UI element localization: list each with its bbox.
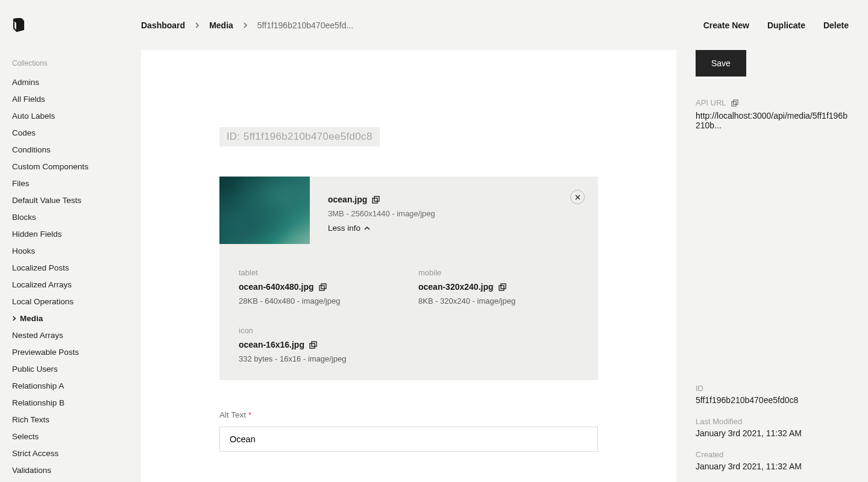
variant-label: icon [239,326,399,335]
sidebar-item-localized-arrays[interactable]: Localized Arrays [12,276,141,293]
sidebar-item-blocks[interactable]: Blocks [12,208,141,225]
sidebar-item-selects[interactable]: Selects [12,428,141,445]
chevron-right-icon [12,316,16,321]
sidebar-item-validations[interactable]: Validations [12,462,141,478]
file-name: ocean.jpg [328,195,367,204]
chevron-right-icon [195,22,200,28]
sidebar-item-previewable-posts[interactable]: Previewable Posts [12,343,141,360]
sidebar-item-auto-labels[interactable]: Auto Labels [12,107,141,124]
breadcrumb-media[interactable]: Media [209,20,233,30]
doc-meta: ID 5ff1f196b210b470ee5fd0c8 Last Modifie… [696,372,849,471]
svg-rect-5 [501,284,506,289]
variant-details: 28KB - 640x480 - image/jpeg [239,296,399,305]
alt-text-label-text: Alt Text [219,410,246,419]
breadcrumb: Dashboard Media 5ff1f196b210b470ee5fd... [141,20,353,30]
file-details: 3MB - 2560x1440 - image/jpeg [328,209,435,218]
sidebar-item-media[interactable]: Media [12,310,141,327]
right-panel: Save API URL http://localhost:3000/api/m… [676,50,868,482]
sidebar-item-nested-arrays[interactable]: Nested Arrays [12,327,141,343]
variants-grid: tabletocean-640x480.jpg28KB - 640x480 - … [219,244,598,380]
copy-icon[interactable] [319,283,327,291]
media-meta: ocean.jpg 3MB - 2560x1440 - image/jpeg L… [328,177,435,244]
sidebar-item-files[interactable]: Files [12,175,141,192]
meta-created-value: January 3rd 2021, 11:32 AM [696,462,849,471]
svg-rect-2 [319,286,324,290]
svg-rect-6 [310,343,315,348]
create-new-button[interactable]: Create New [703,20,749,30]
topbar: Dashboard Media 5ff1f196b210b470ee5fd...… [141,0,868,50]
sidebar-item-admins[interactable]: Admins [12,74,141,90]
sidebar-item-relationship-a[interactable]: Relationship A [12,377,141,394]
sidebar-item-custom-components[interactable]: Custom Components [12,158,141,175]
id-pill: ID: 5ff1f196b210b470ee5fd0c8 [219,127,380,146]
sidebar-item-rich-texts[interactable]: Rich Texts [12,411,141,428]
sidebar-item-all-fields[interactable]: All Fields [12,90,141,107]
svg-rect-9 [733,99,737,104]
sidebar-item-public-users[interactable]: Public Users [12,360,141,377]
meta-last-modified-label: Last Modified [696,417,849,426]
breadcrumb-dashboard[interactable]: Dashboard [141,20,185,30]
id-value: 5ff1f196b210b470ee5fd0c8 [244,131,373,143]
sidebar-item-hooks[interactable]: Hooks [12,242,141,259]
alt-text-label: Alt Text* [219,410,598,419]
nav-group-collections-label: Collections [12,59,141,67]
variant-details: 8KB - 320x240 - image/jpeg [418,296,579,305]
variant-filename: ocean-640x480.jpg [239,282,314,292]
api-url-label: API URL [696,98,726,107]
id-prefix: ID: [227,131,240,143]
nav-items: AdminsAll FieldsAuto LabelsCodesConditio… [12,74,141,478]
svg-rect-3 [321,284,326,289]
media-card: ocean.jpg 3MB - 2560x1440 - image/jpeg L… [219,177,598,380]
top-actions: Create New Duplicate Delete [703,20,849,30]
variant-label: tablet [239,268,399,277]
svg-rect-8 [732,101,736,105]
sidebar-item-codes[interactable]: Codes [12,124,141,141]
nav-item-label: Media [20,314,43,323]
meta-last-modified-value: January 3rd 2021, 11:32 AM [696,428,849,438]
variant-details: 332 bytes - 16x16 - image/jpeg [239,354,399,363]
copy-icon[interactable] [372,196,380,204]
meta-created-label: Created [696,450,849,459]
sidebar-item-relationship-b[interactable]: Relationship B [12,394,141,411]
media-header: ocean.jpg 3MB - 2560x1440 - image/jpeg L… [219,177,598,244]
variant-tablet: tabletocean-640x480.jpg28KB - 640x480 - … [239,268,399,305]
api-url-block: API URL http://localhost:3000/api/media/… [696,98,849,130]
variant-mobile: mobileocean-320x240.jpg8KB - 320x240 - i… [418,268,579,305]
chevron-up-icon [364,226,370,231]
svg-rect-0 [373,198,377,203]
less-info-label: Less info [328,224,360,233]
variant-filename: ocean-320x240.jpg [418,282,494,292]
variant-icon: iconocean-16x16.jpg332 bytes - 16x16 - i… [239,326,399,363]
remove-file-button[interactable] [570,190,585,204]
sidebar: Collections AdminsAll FieldsAuto LabelsC… [0,0,141,482]
alt-text-input[interactable] [219,427,598,452]
delete-button[interactable]: Delete [823,20,849,30]
copy-icon[interactable] [731,99,738,107]
media-thumbnail [219,177,310,244]
sidebar-item-conditions[interactable]: Conditions [12,141,141,158]
save-button[interactable]: Save [696,50,746,77]
meta-id-label: ID [696,384,849,393]
required-indicator-icon: * [248,410,251,419]
sidebar-item-local-operations[interactable]: Local Operations [12,293,141,310]
less-info-toggle[interactable]: Less info [328,224,370,233]
sidebar-item-default-value-tests[interactable]: Default Value Tests [12,192,141,208]
copy-icon[interactable] [498,283,506,291]
close-icon [575,195,580,200]
breadcrumb-current: 5ff1f196b210b470ee5fd... [257,20,353,30]
sidebar-item-localized-posts[interactable]: Localized Posts [12,259,141,276]
app-logo-icon [12,18,141,33]
meta-id-value: 5ff1f196b210b470ee5fd0c8 [696,395,849,405]
svg-rect-4 [499,286,504,290]
svg-rect-7 [312,342,316,346]
api-url-value: http://localhost:3000/api/media/5ff1f196… [696,111,849,130]
alt-text-field: Alt Text* [219,410,598,452]
sidebar-item-strict-access[interactable]: Strict Access [12,445,141,462]
variant-filename: ocean-16x16.jpg [239,340,304,349]
copy-icon[interactable] [309,341,317,349]
sidebar-item-hidden-fields[interactable]: Hidden Fields [12,225,141,242]
svg-rect-1 [374,196,379,201]
variant-label: mobile [418,268,579,277]
duplicate-button[interactable]: Duplicate [767,20,805,30]
main-panel: ID: 5ff1f196b210b470ee5fd0c8 ocean.jpg 3… [141,50,676,482]
